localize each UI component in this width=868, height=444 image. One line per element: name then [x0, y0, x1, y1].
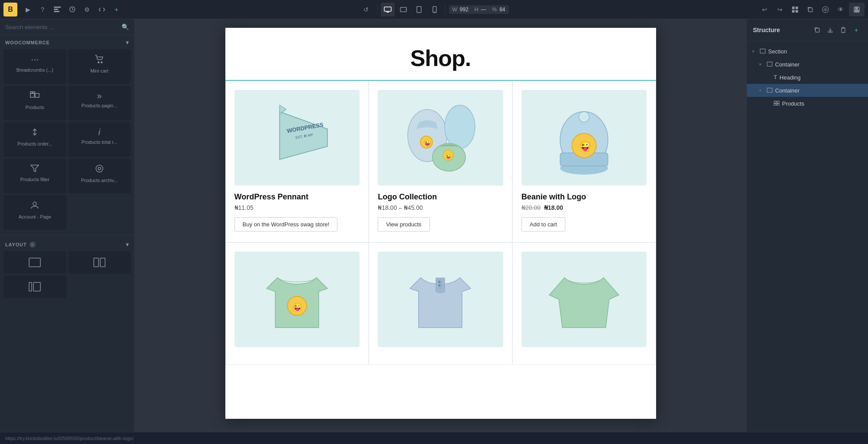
product-card-4: 😜 — [225, 242, 369, 365]
add-button[interactable]: + — [109, 3, 123, 17]
breadcrumbs-widget[interactable]: ··· Breadcrumbs (...) — [3, 49, 66, 84]
container1-settings-btn[interactable]: ⚙ — [854, 60, 863, 69]
shop-title: Shop. — [234, 45, 647, 71]
mobile-button[interactable] — [427, 3, 441, 17]
wordpress-button[interactable] — [818, 3, 832, 17]
structure-tree: ▾ Section 👁 ⚙ ▾ Container 👁 — [747, 41, 868, 113]
svg-rect-7 — [400, 7, 406, 12]
container2-eye-btn[interactable]: 👁 — [845, 86, 853, 95]
search-input[interactable] — [5, 24, 118, 30]
structure-copy-btn[interactable] — [812, 24, 823, 36]
tablet-landscape-button[interactable] — [396, 3, 410, 17]
tree-item-section[interactable]: ▾ Section 👁 ⚙ — [747, 45, 868, 58]
section-eye-btn[interactable]: 👁 — [845, 47, 853, 56]
woocommerce-section-header: WOOCOMMERCE ▾ — [0, 35, 134, 49]
products-eye-btn[interactable]: 👁 — [845, 99, 853, 108]
product-name-3: Beanie with Logo — [521, 192, 647, 202]
tree-item-container-1[interactable]: ▾ Container 👁 ⚙ — [747, 58, 868, 71]
svg-rect-2 — [54, 11, 59, 12]
container2-settings-btn[interactable]: ⚙ — [854, 86, 863, 95]
products-settings-btn[interactable]: ⚙ — [854, 99, 863, 108]
products-order-icon — [30, 128, 40, 138]
structure-add-btn[interactable]: + — [851, 24, 862, 36]
history-button[interactable] — [65, 3, 79, 17]
heading-text-icon: T — [774, 74, 777, 80]
preview-button[interactable]: 👁 — [834, 3, 848, 17]
svg-rect-61 — [815, 28, 819, 32]
products-pagination-widget[interactable]: » Products pagin... — [68, 86, 131, 120]
product-card-5 — [369, 242, 512, 365]
left-sidebar: 🔍 WOOCOMMERCE ▾ ··· Breadcrumbs (...) Mi… — [0, 19, 135, 432]
heading-settings-btn[interactable]: ⚙ — [854, 73, 863, 82]
product-image-4: 😜 — [234, 252, 360, 347]
section-settings-btn[interactable]: ⚙ — [854, 47, 863, 56]
save-button[interactable] — [849, 3, 865, 17]
tree-item-container-2[interactable]: ▾ Container 👁 ⚙ — [747, 84, 868, 97]
products-archive-icon — [95, 164, 104, 175]
product-image-6 — [521, 252, 647, 347]
products-filter-widget[interactable]: Products filter — [3, 159, 66, 193]
svg-rect-66 — [774, 101, 776, 103]
mini-cart-widget[interactable]: Mini cart — [68, 49, 131, 84]
container2-layout-icon — [767, 87, 772, 94]
layout-info-icon: i — [30, 242, 36, 248]
product-price-3: ₦20.00 ₦18.00 — [521, 204, 647, 211]
products-filter-icon — [30, 164, 39, 174]
breadcrumbs-icon: ··· — [31, 55, 39, 64]
container1-chevron-icon: ▾ — [759, 62, 764, 67]
svg-rect-1 — [54, 9, 58, 10]
svg-rect-26 — [30, 92, 32, 93]
layout-section: LAYOUT i ▾ — [0, 235, 134, 302]
settings-button[interactable]: ⚙ — [80, 3, 94, 17]
structure-download-btn[interactable] — [825, 24, 836, 36]
container1-eye-btn[interactable]: 👁 — [845, 60, 853, 69]
code-button[interactable] — [95, 3, 109, 17]
layout-widget-2[interactable] — [68, 251, 131, 274]
product-btn-2[interactable]: View products — [378, 217, 429, 232]
products-total-icon: i — [99, 128, 100, 136]
svg-text:😜: 😜 — [446, 153, 452, 159]
svg-point-45 — [445, 105, 475, 149]
svg-rect-27 — [33, 92, 35, 93]
redo-button[interactable]: ↪ — [773, 3, 787, 17]
structure-delete-btn[interactable] — [838, 24, 849, 36]
woocommerce-widget-grid: ··· Breadcrumbs (...) Mini cart Products… — [0, 49, 134, 235]
products-widget[interactable]: Products — [3, 86, 66, 120]
svg-rect-21 — [855, 10, 858, 12]
svg-rect-34 — [94, 258, 99, 267]
canvas-frame: Shop. WORDPRESS EST. ✿ WP WordPress Penn… — [225, 28, 656, 419]
products-archive-widget[interactable]: Products archiv... — [68, 159, 131, 193]
product-btn-3[interactable]: Add to cart — [521, 217, 565, 232]
layout-section-header: LAYOUT i ▾ — [0, 237, 134, 251]
undo-button[interactable]: ↩ — [758, 3, 772, 17]
dimensions-display: W 992 H — % 84 — [449, 5, 508, 14]
product-btn-1[interactable]: Buy on the WordPress swag store! — [234, 217, 338, 232]
refresh-button[interactable]: ↺ — [359, 3, 373, 17]
app-logo: B — [3, 3, 17, 17]
tree-item-products[interactable]: Products 👁 ⚙ — [747, 97, 868, 110]
desktop-button[interactable] — [380, 3, 394, 17]
product-name-2: Logo Collection — [378, 192, 503, 202]
heading-eye-btn[interactable]: 👁 — [845, 73, 853, 82]
select-tool-button[interactable]: ▶ — [21, 3, 35, 17]
tree-item-heading[interactable]: T Heading 👁 ⚙ — [747, 71, 868, 84]
help-button[interactable]: ? — [36, 3, 50, 17]
layout-widget-1[interactable] — [3, 251, 66, 274]
grid-button[interactable] — [788, 3, 802, 17]
products-total-widget[interactable]: i Products total r... — [68, 122, 131, 157]
svg-marker-29 — [31, 165, 39, 172]
product-card-6 — [512, 242, 656, 365]
svg-rect-37 — [33, 282, 40, 291]
products-order-widget[interactable]: Products order... — [3, 122, 66, 157]
layout-widget-3[interactable] — [3, 275, 66, 298]
search-icon: 🔍 — [122, 23, 129, 30]
product-name-1: WordPress Pennant — [234, 192, 360, 202]
woocommerce-chevron[interactable]: ▾ — [126, 40, 129, 46]
svg-rect-64 — [767, 62, 772, 66]
layout-chevron[interactable]: ▾ — [126, 242, 129, 248]
layout-widget-grid — [0, 251, 134, 302]
copy-button[interactable] — [803, 3, 817, 17]
templates-button[interactable] — [50, 3, 64, 17]
account-page-widget[interactable]: Account - Page — [3, 195, 66, 230]
tablet-portrait-button[interactable] — [412, 3, 426, 17]
